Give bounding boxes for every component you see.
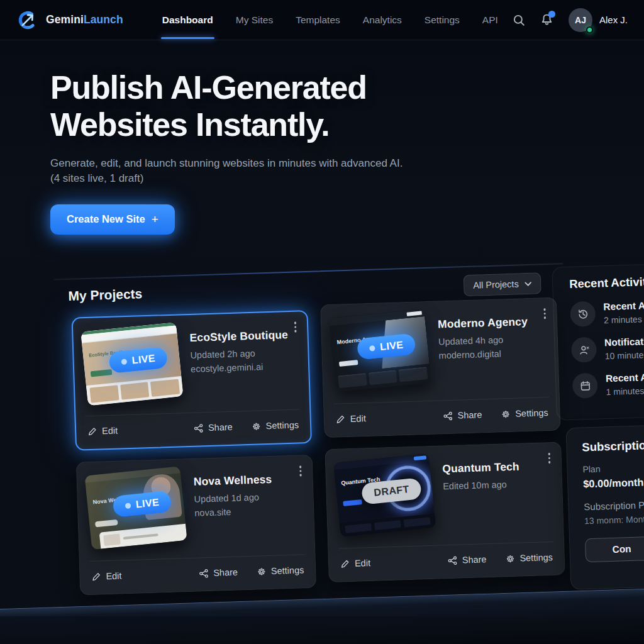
- hero-subtitle: Generate, edit, and launch stunning webs…: [50, 156, 644, 187]
- share-icon: [448, 555, 457, 565]
- project-url: nova.site: [194, 505, 298, 518]
- projects-section: My Projects All Projects EcoStyle Boutiq…: [0, 256, 644, 644]
- page-title: Publish AI-Generated Websites Instantly.: [50, 69, 644, 143]
- hero-section: Publish AI-Generated Websites Instantly.…: [0, 40, 644, 235]
- kebab-menu-icon[interactable]: [291, 319, 299, 335]
- user-icon: [571, 337, 597, 363]
- project-url: moderno.digital: [438, 347, 542, 360]
- subscription-panel: Subscription Pl Plan $0.00/month Subscri…: [565, 422, 644, 590]
- project-title: Moderno Agency: [438, 314, 542, 331]
- all-projects-filter[interactable]: All Projects: [464, 272, 541, 296]
- settings-button[interactable]: Settings: [255, 562, 306, 579]
- project-updated: Updated 2h ago: [190, 347, 292, 360]
- project-title: Quantum Tech: [442, 459, 547, 475]
- gear-icon: [501, 409, 510, 418]
- nav-item-my-sites[interactable]: My Sites: [236, 0, 273, 40]
- activity-item[interactable]: Notifications 10 minutes a: [571, 332, 644, 363]
- kebab-menu-icon[interactable]: [545, 450, 553, 466]
- share-button[interactable]: Share: [441, 407, 483, 423]
- user-menu[interactable]: AJ Alex J.: [569, 8, 628, 32]
- nav-item-settings[interactable]: Settings: [425, 0, 460, 40]
- kebab-menu-icon[interactable]: [541, 306, 548, 321]
- nav-item-api[interactable]: API: [482, 0, 498, 40]
- activity-item[interactable]: Recent Activi 2 minutes ago: [570, 296, 644, 327]
- logo-icon: [16, 9, 39, 31]
- edit-button[interactable]: Edit: [86, 423, 119, 440]
- share-button[interactable]: Share: [446, 552, 487, 568]
- project-updated: Edited 10m ago: [443, 478, 547, 491]
- plan-price: $0.00/month: [583, 473, 644, 491]
- plan-label: Plan: [582, 459, 644, 475]
- kebab-menu-icon[interactable]: [296, 463, 304, 479]
- project-title: EcoStyle Boutique: [189, 328, 292, 345]
- nav-item-templates[interactable]: Templates: [296, 0, 340, 40]
- share-button[interactable]: Share: [197, 565, 239, 581]
- gear-icon: [505, 553, 514, 563]
- online-status-dot: [586, 26, 593, 33]
- search-icon[interactable]: [513, 14, 525, 26]
- pencil-icon: [340, 559, 350, 569]
- project-updated: Updated 1d ago: [194, 491, 297, 504]
- chevron-down-icon: [525, 281, 531, 286]
- project-card-ecostyle[interactable]: EcoStyle Boutique LIVE EcoStyle Boutique…: [72, 310, 312, 451]
- project-card-quantum[interactable]: Quantum Tech DRAFT Quantum Tech Edited 1…: [325, 441, 565, 582]
- top-navbar: GeminiLaunch Dashboard My Sites Template…: [0, 0, 644, 40]
- project-updated: Updated 4h ago: [438, 333, 542, 347]
- avatar: AJ: [569, 8, 592, 32]
- recent-activity-heading: Recent Activity: [569, 272, 644, 291]
- share-icon: [199, 569, 208, 578]
- settings-button[interactable]: Settings: [250, 417, 300, 433]
- create-new-site-button[interactable]: Create New Site+: [50, 204, 175, 235]
- notifications-bell-icon[interactable]: [540, 13, 553, 26]
- gear-icon: [257, 567, 266, 576]
- project-title: Nova Wellness: [194, 472, 298, 489]
- subscription-subline: 13 monm: Montt: [584, 511, 644, 526]
- pencil-icon: [87, 426, 97, 436]
- recent-activity-panel: Recent Activity Recent Activi 2 minutes …: [552, 261, 644, 420]
- subscription-line: Subscription Pla: [584, 496, 644, 513]
- edit-button[interactable]: Edit: [339, 555, 372, 572]
- projects-heading: My Projects: [68, 286, 143, 304]
- notification-dot: [548, 11, 555, 18]
- main-nav: Dashboard My Sites Templates Analytics S…: [162, 0, 498, 40]
- brand-logo[interactable]: GeminiLaunch: [16, 9, 123, 31]
- user-name: Alex J.: [599, 14, 628, 25]
- project-card-moderno[interactable]: Moderno Agency LIVE Moderno Agency Updat…: [320, 297, 560, 438]
- project-url: ecostyle.gemini.ai: [191, 361, 293, 374]
- activity-item[interactable]: Recent Activ 1 minutes ag: [572, 368, 644, 399]
- nav-item-dashboard[interactable]: Dashboard: [162, 0, 213, 40]
- calendar-icon: [572, 373, 598, 399]
- settings-button[interactable]: Settings: [499, 405, 550, 421]
- settings-button[interactable]: Settings: [504, 550, 554, 566]
- pencil-icon: [336, 414, 345, 424]
- share-icon: [194, 423, 203, 433]
- share-button[interactable]: Share: [192, 419, 234, 436]
- plus-icon: +: [152, 213, 158, 226]
- edit-button[interactable]: Edit: [90, 568, 123, 584]
- subscription-configure-button[interactable]: Con: [585, 534, 644, 562]
- subscription-heading: Subscription Pl: [582, 435, 644, 455]
- share-icon: [443, 411, 452, 420]
- project-card-nova[interactable]: Nova Weliness LIVE Nova Wellness Updated…: [76, 455, 316, 596]
- edit-button[interactable]: Edit: [334, 411, 367, 427]
- nav-item-analytics[interactable]: Analytics: [363, 0, 402, 40]
- gear-icon: [251, 421, 260, 431]
- history-icon: [570, 301, 596, 327]
- pencil-icon: [91, 572, 101, 581]
- brand-name: GeminiLaunch: [46, 13, 123, 26]
